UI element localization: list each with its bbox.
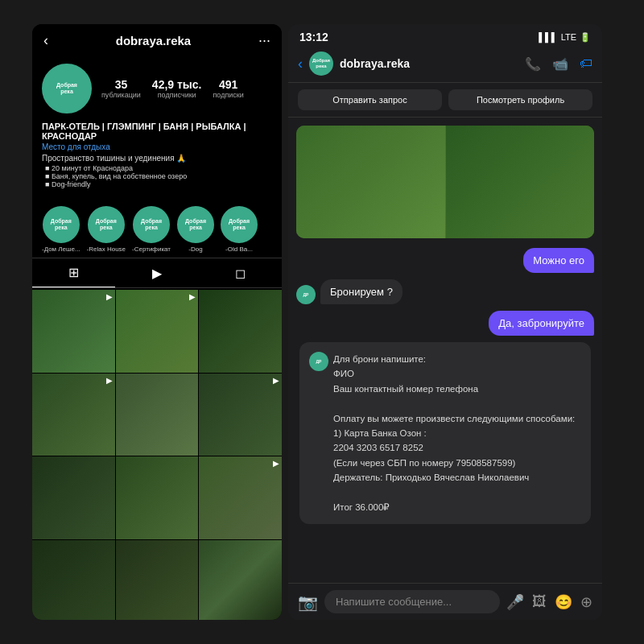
ig-stat-followers: 42,9 тыс. подписчики (152, 78, 202, 99)
status-bar: 13:12 ▌▌▌ LTE 🔋 (288, 24, 602, 47)
msg-avatar[interactable]: Добраярека (309, 52, 333, 76)
mic-icon[interactable]: 🎤 (506, 593, 524, 611)
msg-header-icons: 📞 📹 🏷 (525, 56, 592, 72)
grid-item-2[interactable]: ▶ (116, 290, 199, 373)
grid-item-3[interactable] (199, 290, 282, 373)
img-seg-2 (446, 126, 595, 238)
reels-icon: ▶ (152, 266, 162, 281)
ig-stat-following: 491 подписки (213, 78, 244, 99)
ig-stats: 35 публикации 42,9 тыс. подписчики 491 п… (101, 78, 244, 99)
highlight-item-4[interactable]: Добраярека -Old Ba... (221, 206, 258, 253)
message-input[interactable]: Напишите сообщение... (324, 590, 500, 613)
ig-tabs: ⊞ ▶ ◻ (32, 258, 282, 288)
msg-footer: 📷 Напишите сообщение... 🎤 🖼 😊 ⊕ (288, 583, 602, 620)
msg-avatar-logo: Добраярека (312, 58, 330, 68)
send-request-button[interactable]: Отправить запрос (298, 89, 442, 110)
messenger-panel: 13:12 ▌▌▌ LTE 🔋 ‹ Добраярека dobraya.rek… (288, 24, 602, 620)
tab-tagged[interactable]: ◻ (199, 258, 282, 287)
tab-grid[interactable]: ⊞ (32, 258, 115, 287)
camera-icon[interactable]: 📷 (298, 592, 318, 612)
msg-bubble-right-1: Можно его (296, 248, 594, 273)
grid-item-8[interactable] (116, 456, 199, 539)
instagram-panel: ‹ dobraya.reka ··· Добраярека 35 публика… (32, 24, 282, 620)
phone-icon[interactable]: 📞 (525, 56, 541, 72)
info-text: Для брони напишите: ФИО Ваш контактный н… (333, 352, 575, 514)
msg-footer-icons: 🎤 🖼 😊 ⊕ (506, 593, 592, 611)
grid-item-12[interactable] (199, 540, 282, 620)
highlight-circle-1: Добраярека (88, 206, 125, 243)
highlight-item-0[interactable]: Добраярека -Дом Леше... (42, 206, 80, 253)
tag-icon[interactable]: 🏷 (580, 56, 592, 71)
msg-bubble-right-2: Да, забронируйте (296, 311, 594, 336)
image-overlay (296, 126, 594, 238)
img-seg-1 (296, 126, 445, 238)
video-icon[interactable]: 📹 (552, 56, 568, 72)
grid-item-10[interactable] (32, 540, 115, 620)
lte-label: LTE (561, 32, 576, 42)
ig-stat-posts: 35 публикации (101, 78, 141, 99)
battery-icon: 🔋 (580, 32, 591, 43)
msg-bubble-left-1: ДР Бронируем ? (296, 279, 594, 304)
msg-header: ‹ Добраярека dobraya.reka 📞 📹 🏷 (288, 47, 602, 83)
ig-photo-grid: ▶ ▶ ▶ ▶ ▶ (32, 290, 282, 620)
sender-avatar-2: ДР (309, 352, 328, 371)
msg-body: Можно его ДР Бронируем ? Да, забронируйт… (288, 118, 602, 583)
bubble-right-2: Да, забронируйте (489, 311, 594, 336)
tab-reels[interactable]: ▶ (115, 258, 198, 287)
ig-highlights: Добраярека -Дом Леше... Добраярека -Rela… (32, 201, 282, 258)
highlight-item-3[interactable]: Добраярека -Dog (177, 206, 214, 253)
sender-avatar-1: ДР (296, 285, 316, 304)
ig-more-button[interactable]: ··· (258, 32, 270, 49)
grid-item-1[interactable]: ▶ (32, 290, 115, 373)
highlight-circle-3: Добраярека (177, 206, 214, 243)
ig-profile-section: Добраярека 35 публикации 42,9 тыс. подпи… (32, 57, 282, 201)
grid-item-7[interactable] (32, 456, 115, 539)
grid-item-5[interactable] (116, 374, 199, 456)
msg-info-block: ДР Для брони напишите: ФИО Ваш контактны… (299, 342, 591, 524)
grid-item-11[interactable] (116, 540, 199, 620)
msg-action-buttons: Отправить запрос Посмотреть профиль (288, 83, 602, 118)
signal-icon: ▌▌▌ (539, 32, 557, 42)
ig-profile-top: Добраярека 35 публикации 42,9 тыс. подпи… (42, 64, 272, 114)
msg-header-left: ‹ Добраярека dobraya.reka (298, 52, 410, 76)
bubble-left-1: Бронируем ? (320, 279, 402, 304)
ig-back-button[interactable]: ‹ (43, 32, 48, 49)
ig-avatar[interactable]: Добраярека (42, 64, 92, 114)
highlight-circle-4: Добраярека (221, 206, 258, 243)
highlight-circle-2: Добраярека (133, 206, 170, 243)
status-icons: ▌▌▌ LTE 🔋 (539, 32, 591, 43)
grid-item-6[interactable]: ▶ (199, 374, 282, 456)
highlight-item-2[interactable]: Добраярека -Сертификат (132, 206, 171, 253)
ig-header: ‹ dobraya.reka ··· (32, 24, 282, 57)
highlight-item-1[interactable]: Добраярека -Relax House (87, 206, 126, 253)
grid-item-4[interactable]: ▶ (32, 374, 115, 456)
emoji-icon[interactable]: 😊 (555, 593, 572, 611)
ig-username: dobraya.reka (116, 34, 191, 47)
view-profile-button[interactable]: Посмотреть профиль (448, 89, 592, 110)
grid-item-9[interactable]: ▶ (199, 456, 282, 539)
plus-icon[interactable]: ⊕ (580, 593, 592, 611)
photo-icon[interactable]: 🖼 (532, 593, 547, 610)
grid-icon: ⊞ (68, 265, 79, 280)
info-sender-row: ДР Для брони напишите: ФИО Ваш контактны… (309, 352, 581, 514)
tagged-icon: ◻ (235, 266, 246, 281)
ig-avatar-logo: Добраярека (56, 82, 77, 94)
msg-image-block[interactable] (296, 126, 594, 238)
highlight-circle-0: Добраярека (43, 206, 80, 243)
bubble-right-1: Можно его (523, 248, 594, 273)
ig-bio: ПАРК-ОТЕЛЬ | ГЛЭМПИНГ | БАНЯ | РЫБАЛКА |… (42, 122, 272, 188)
msg-back-button[interactable]: ‹ (298, 56, 303, 72)
